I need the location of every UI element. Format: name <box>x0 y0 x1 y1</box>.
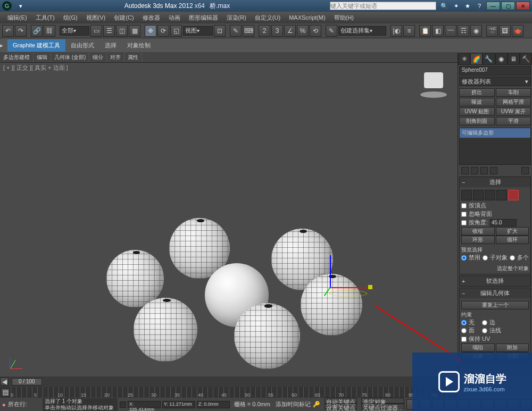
close-button[interactable]: ✕ <box>516 2 530 10</box>
preserve-uv-checkbox[interactable] <box>461 337 467 342</box>
rollout-header-soft[interactable]: +软选择 <box>460 276 530 286</box>
menu-customize[interactable]: 自定义(U) <box>251 12 285 23</box>
transform-gizmo[interactable] <box>330 287 367 300</box>
mod-bevelprofile-button[interactable]: 剖角剖面 <box>459 117 495 125</box>
mod-extrude-button[interactable]: 挤出 <box>459 88 495 97</box>
make-unique-button[interactable] <box>480 167 488 174</box>
mod-noise-button[interactable]: 噪波 <box>459 98 495 106</box>
x-coord-field[interactable]: X: 335.414mm <box>128 401 161 408</box>
script-listener-icon[interactable]: ● <box>2 401 6 408</box>
stack-item-editable-poly[interactable]: 可编辑多边形 <box>460 128 530 138</box>
menu-group[interactable]: 组(G) <box>59 12 82 23</box>
rollout-header-editgeo[interactable]: −编辑几何体 <box>460 288 530 298</box>
time-slider-thumb[interactable]: 0 / 100 <box>12 378 42 385</box>
pivot-button[interactable]: ⊡ <box>214 25 226 37</box>
select-rotate-button[interactable]: ⟳ <box>157 25 169 37</box>
menu-modifiers[interactable]: 修改器 <box>138 12 164 23</box>
render-setup-button[interactable]: 🎬 <box>486 25 498 37</box>
setkey-button[interactable]: 设置关键点 <box>325 404 357 409</box>
help-search-input[interactable] <box>330 2 436 10</box>
subscription-icon[interactable]: ✦ <box>451 2 461 10</box>
render-button[interactable]: 🫖 <box>512 25 523 37</box>
favorites-icon[interactable]: ★ <box>463 2 472 10</box>
keyboard-shortcut-button[interactable]: ⌨ <box>243 25 254 37</box>
link-button[interactable]: 🔗 <box>31 25 43 37</box>
ref-coord-dropdown[interactable]: 视图 ▾ <box>183 26 213 36</box>
menu-render[interactable]: 渲染(R) <box>222 12 251 23</box>
shrink-button[interactable]: 收缩 <box>461 227 495 236</box>
mod-unwrap-button[interactable]: UVW 展开 <box>496 107 531 116</box>
key-icon[interactable]: 🔑 <box>313 401 320 408</box>
viewport-label[interactable]: [ + ][ 正交 ][ 真实 + 边面 ] <box>3 64 68 72</box>
ribbon-sub-align[interactable]: 对齐 <box>107 53 124 62</box>
modifier-list-dropdown[interactable]: 修改器列表▾ <box>459 77 531 86</box>
add-time-tag[interactable]: 添加时间标记 <box>276 400 311 408</box>
preview-multi-radio[interactable] <box>510 255 515 261</box>
trackbar-toggle[interactable]: ▤ <box>1 388 10 397</box>
window-crossing-button[interactable]: ▦ <box>129 25 140 37</box>
preview-subobj-radio[interactable] <box>483 255 488 261</box>
ribbon-sub-polymodel[interactable]: 多边形建模 <box>0 53 34 62</box>
spinner-snap-button[interactable]: ⟲ <box>310 25 321 37</box>
menu-maxscript[interactable]: MAXScript(M) <box>285 12 329 23</box>
collapse-button[interactable]: 塌陷 <box>461 343 495 352</box>
by-angle-checkbox[interactable] <box>461 220 467 225</box>
selection-filter-dropdown[interactable]: 全部 ▾ <box>60 26 89 36</box>
border-level-button[interactable] <box>485 190 495 200</box>
ring-button[interactable]: 环形 <box>461 236 495 244</box>
polygon-level-button[interactable] <box>496 190 507 200</box>
scene-sphere[interactable] <box>106 250 164 307</box>
mod-meshsmooth-button[interactable]: 网格平滑 <box>496 98 531 106</box>
angle-spinner[interactable]: 45.0 <box>490 219 517 227</box>
selection-lock-icon[interactable] <box>120 401 126 408</box>
snap-3d-button[interactable]: 3 <box>271 25 283 37</box>
menu-views[interactable]: 视图(V) <box>82 12 110 23</box>
snap-2d-button[interactable]: 2 <box>259 25 270 37</box>
z-coord-field[interactable]: Z: 0.0mm <box>197 401 230 408</box>
time-slider[interactable]: ◀ 0 / 100 <box>0 376 458 387</box>
layer-manager-button[interactable]: 📋 <box>419 25 431 37</box>
ribbon-tab-modeling[interactable]: Graphite 建模工具 <box>7 39 65 52</box>
angle-snap-button[interactable]: ∠ <box>284 25 296 37</box>
select-region-button[interactable]: ◫ <box>116 25 128 37</box>
render-frame-button[interactable]: 🖼 <box>499 25 511 37</box>
repeat-last-button[interactable]: 重复上一个 <box>461 301 529 309</box>
ribbon-sub-subdiv[interactable]: 细分 <box>89 53 107 62</box>
scene-sphere-selected[interactable] <box>301 274 362 335</box>
track-bar[interactable]: ▤ 0510 152025 303540 455055 606570 75808… <box>0 387 458 398</box>
modifier-stack[interactable]: 可编辑多边形 <box>459 128 531 165</box>
constraint-edge-radio[interactable] <box>482 320 487 325</box>
ribbon-sub-geometry[interactable]: 几何体 (全部) <box>51 53 89 62</box>
minimize-button[interactable]: — <box>486 2 500 10</box>
manipulate-button[interactable]: ✎ <box>230 25 242 37</box>
unlink-button[interactable]: ⛓ <box>44 25 55 37</box>
app-menu-arrow[interactable]: ▾ <box>16 2 26 10</box>
vertex-level-button[interactable] <box>461 190 472 200</box>
autokey-button[interactable]: 自动关键点 <box>325 398 357 404</box>
percent-snap-button[interactable]: % <box>297 25 309 37</box>
curve-editor-button[interactable]: 〰 <box>445 25 456 37</box>
attach-button[interactable]: 附加 <box>496 343 529 352</box>
named-selection-dropdown[interactable]: 创建选择集 ▾ <box>338 26 386 36</box>
menu-help[interactable]: 帮助(H) <box>330 12 358 23</box>
configure-sets-button[interactable] <box>521 167 529 174</box>
edge-level-button[interactable] <box>473 190 484 200</box>
search-icon[interactable]: 🔍 <box>439 2 449 10</box>
create-tab[interactable]: ✳ <box>458 53 470 65</box>
ribbon-tab-freeform[interactable]: 自由形式 <box>65 39 99 52</box>
ribbon-sub-props[interactable]: 属性 <box>124 53 142 62</box>
redo-button[interactable]: ↷ <box>15 25 27 37</box>
menu-graph[interactable]: 图形编辑器 <box>185 12 222 23</box>
menu-animation[interactable]: 动画 <box>164 12 185 23</box>
viewcube[interactable] <box>420 69 447 99</box>
modify-tab[interactable]: 🌈 <box>470 53 483 65</box>
ignore-backfacing-checkbox[interactable] <box>461 212 467 217</box>
mirror-button[interactable]: |◐ <box>390 25 402 37</box>
select-scale-button[interactable]: ◱ <box>170 25 182 37</box>
object-name-field[interactable]: Sphere007 <box>459 66 531 76</box>
pin-stack-button[interactable] <box>461 167 469 174</box>
utilities-tab[interactable]: 🔨 <box>520 53 532 65</box>
loop-button[interactable]: 循环 <box>496 236 529 244</box>
viewport[interactable]: [ + ][ 正交 ][ 真实 + 边面 ] <box>0 64 458 376</box>
show-end-result-button[interactable] <box>471 167 478 174</box>
